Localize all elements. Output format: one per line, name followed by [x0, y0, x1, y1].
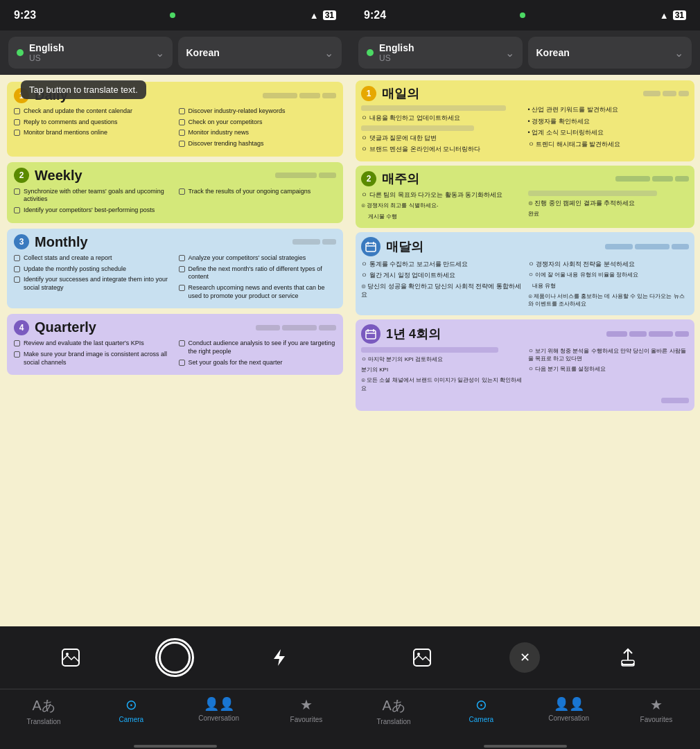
left-shutter-inner	[159, 642, 191, 673]
left-source-lang-name: English	[29, 42, 150, 54]
left-target-lang[interactable]: Korean ⌄	[178, 37, 342, 69]
left-camera-controls	[0, 626, 350, 689]
left-monthly-section: 3 Monthly Collect stats and create a rep…	[7, 229, 343, 308]
left-daily-item-7: Discover trending hashtags	[179, 140, 337, 148]
left-target-lang-name: Korean	[186, 47, 320, 59]
left-nav-translation[interactable]: Aあ Translation	[0, 696, 87, 725]
right-favourites-label: Favourites	[640, 716, 673, 723]
right-favourites-icon: ★	[650, 696, 663, 713]
right-quarterly-kr-item-5: ㅇ 다음 분기 목표를 설정하세요	[528, 365, 690, 373]
left-daily-item-2: Reply to comments and questions	[14, 118, 172, 127]
right-source-chevron-icon: ⌄	[505, 46, 514, 60]
left-doc-content: 1 Daily Check and update the content cal…	[0, 75, 350, 626]
right-home-indicator	[350, 746, 700, 749]
right-notch	[520, 12, 525, 18]
left-status-icons: ▲ 31	[310, 10, 336, 21]
right-monthly-section: 매달의 ㅇ 통계를 수집하고 보고서를 만드세요 ㅇ 월간 게시 일정 업데이트…	[356, 232, 694, 315]
right-monthly-kr-item-6: 내용 유형	[528, 282, 690, 290]
right-home-bar	[484, 745, 567, 748]
right-translation-icon: Aあ	[382, 696, 405, 715]
right-weekly-section: 2 매주의 ㅇ 다른 팀의 목표와 다가오는 활동과 동기화하세요 ⊙ 경쟁자의…	[356, 166, 694, 228]
right-monthly-kr-item-2: ㅇ 월간 게시 일정 업데이트하세요	[361, 271, 523, 280]
right-daily-section: 1 매일의 ㅇ 내용을 확인하고 업데이트하세요 ㅇ 댓글과 질문에 대한 답변	[356, 80, 694, 161]
right-source-lang[interactable]: English US ⌄	[358, 37, 523, 69]
right-bottom-nav: Aあ Translation ⊙ Camera 👤👤 Conversation …	[350, 689, 700, 746]
right-nav-camera[interactable]: ⊙ Camera	[437, 696, 525, 723]
right-status-icons: ▲ 31	[660, 10, 686, 21]
left-daily-item-6: Monitor industry news	[179, 129, 337, 137]
left-nav-camera[interactable]: ⊙ Camera	[87, 696, 175, 723]
left-weekly-item-2: Identify your competitors' best-performi…	[14, 206, 172, 215]
right-monthly-title: 매달의	[386, 238, 423, 255]
left-monthly-item-3: Identify your successes and integrate th…	[14, 276, 172, 292]
right-nav-conversation[interactable]: 👤👤 Conversation	[525, 696, 613, 722]
right-conversation-label: Conversation	[548, 714, 589, 722]
right-camera-controls: ✕	[350, 626, 700, 689]
right-gallery-button[interactable]	[407, 642, 437, 673]
right-quarterly-kr-item-2: 분기의 KPI	[361, 366, 523, 373]
left-gallery-button[interactable]	[55, 642, 86, 673]
right-daily-kr-item-2: ㅇ 댓글과 질문에 대한 답변	[361, 134, 523, 143]
left-weekly-item-3: Track the results of your ongoing campai…	[179, 188, 337, 196]
left-battery-icon: 31	[323, 10, 336, 20]
right-close-button[interactable]: ✕	[509, 642, 540, 673]
right-battery-icon: 31	[673, 10, 686, 20]
right-translation-label: Translation	[377, 718, 411, 725]
left-phone-panel: 9:23 ▲ 31 English US ⌄ Korean ⌄ Tap butt…	[0, 0, 350, 749]
left-daily-item-3: Monitor brand mentions online	[14, 129, 172, 137]
right-target-chevron-icon: ⌄	[674, 46, 683, 60]
left-weekly-num: 2	[14, 168, 29, 183]
right-source-dot	[367, 49, 374, 56]
right-camera-view: 1 매일의 ㅇ 내용을 확인하고 업데이트하세요 ㅇ 댓글과 질문에 대한 답변	[350, 75, 700, 626]
left-nav-favourites[interactable]: ★ Favourites	[263, 696, 350, 723]
right-share-button[interactable]	[613, 642, 643, 673]
right-weekly-num: 2	[361, 171, 376, 186]
right-nav-favourites[interactable]: ★ Favourites	[613, 696, 700, 723]
right-daily-kr-item-5: • 경쟁자를 확인하세요	[528, 117, 690, 126]
right-daily-title: 매일의	[382, 85, 419, 102]
right-quarterly-kr-item-4: ㅇ 보기 위해 청중 분석을 수행하세요 만약 당신이 올바른 사람들을 목표로…	[528, 347, 690, 362]
left-weekly-section: 2 Weekly Synchronize with other teams' g…	[7, 162, 343, 223]
right-daily-kr-item-7: ㅇ 트렌디 해시태그를 발견하세요	[528, 140, 690, 149]
right-weekly-kr-item-3: 게시물 수행	[361, 213, 523, 220]
right-quarterly-num	[361, 324, 380, 344]
right-daily-kr-item-1: ㅇ 내용을 확인하고 업데이트하세요	[361, 114, 523, 123]
left-quarterly-item-3: Conduct audience analysis to see if you …	[179, 340, 337, 355]
left-monthly-item-4: Analyze your competitors' social strateg…	[179, 254, 337, 263]
right-quarterly-title: 1년 4회의	[386, 326, 441, 342]
left-time: 9:23	[14, 9, 36, 21]
right-weekly-kr-item-1: ㅇ 다른 팀의 목표와 다가오는 활동과 동기화하세요	[361, 191, 523, 200]
left-lang-bar: English US ⌄ Korean ⌄	[0, 30, 350, 75]
right-source-lang-name: English	[379, 42, 500, 54]
right-monthly-kr-item-7: ⊙ 제품이나 서비스를 홍보하는 데 사용할 수 있는 다가오는 뉴스와 이벤트…	[528, 292, 690, 308]
right-wifi-icon: ▲	[660, 10, 669, 21]
left-camera-icon: ⊙	[125, 696, 137, 713]
left-flash-button[interactable]	[264, 642, 295, 673]
left-weekly-item-1: Synchronize with other teams' goals and …	[14, 188, 172, 204]
left-translation-label: Translation	[27, 718, 61, 725]
svg-rect-6	[366, 331, 376, 339]
left-source-lang[interactable]: English US ⌄	[8, 37, 173, 69]
right-lang-bar: English US ⌄ Korean ⌄	[350, 30, 700, 75]
right-nav-translation[interactable]: Aあ Translation	[350, 696, 437, 725]
left-conversation-icon: 👤👤	[204, 696, 234, 712]
right-monthly-kr-item-1: ㅇ 통계를 수집하고 보고서를 만드세요	[361, 260, 523, 269]
left-daily-item-1: Check and update the content calendar	[14, 107, 172, 116]
left-wifi-icon: ▲	[310, 10, 319, 21]
left-monthly-item-1: Collect stats and create a report	[14, 254, 172, 263]
right-phone-panel: 9:24 ▲ 31 English US ⌄ Korean ⌄	[350, 0, 700, 749]
left-quarterly-item-2: Make sure your brand image is consistent…	[14, 351, 172, 367]
right-target-lang[interactable]: Korean ⌄	[528, 37, 692, 69]
right-weekly-kr-item-4: ⊙ 진행 중인 캠페인 결과를 추적하세요	[528, 199, 690, 208]
right-conversation-icon: 👤👤	[554, 696, 584, 712]
left-shutter-button[interactable]	[155, 638, 194, 677]
right-monthly-kr-item-4: ㅇ 경쟁자의 사회적 전략을 분석하세요	[528, 260, 690, 269]
left-daily-item-4: Discover industry-related keywords	[179, 107, 337, 116]
left-camera-view: Tap button to translate text. 1 Daily Ch…	[0, 75, 350, 626]
left-home-bar	[134, 745, 217, 748]
left-status-bar: 9:23 ▲ 31	[0, 0, 350, 30]
left-monthly-item-5: Define the next month's ratio of differe…	[179, 265, 337, 281]
left-nav-conversation[interactable]: 👤👤 Conversation	[175, 696, 263, 722]
left-favourites-label: Favourites	[290, 716, 323, 723]
left-quarterly-section: 4 Quarterly Review and evaluate the last…	[7, 314, 343, 375]
